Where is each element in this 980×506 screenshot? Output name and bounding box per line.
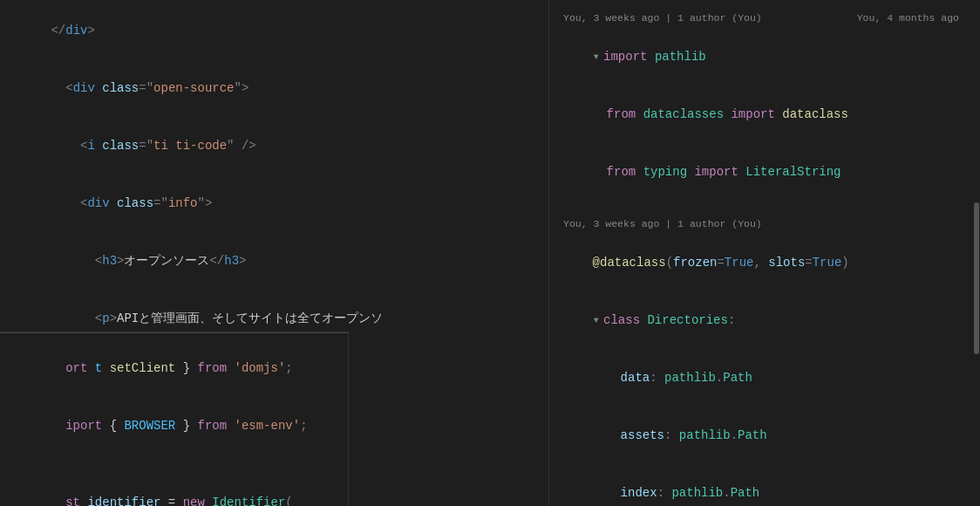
punct: :: [657, 486, 672, 500]
punct: .: [723, 486, 730, 500]
punct: </: [51, 24, 65, 38]
punct: ": [227, 139, 234, 153]
text: }: [175, 419, 197, 433]
from-kw: from: [607, 165, 636, 179]
module-name: typing: [643, 165, 687, 179]
param: slots: [768, 256, 805, 270]
punct: ): [841, 256, 848, 270]
punct: </: [209, 254, 224, 268]
tag: div: [73, 81, 95, 95]
import-kw: import: [694, 165, 738, 179]
punct: ">: [235, 81, 249, 95]
punct: ">: [198, 196, 213, 210]
bool-val: True: [725, 256, 754, 270]
import-kw: import: [603, 50, 647, 64]
string-val: info: [168, 196, 198, 210]
param: frozen: [673, 256, 717, 270]
text: [87, 361, 94, 375]
string: 'domjs': [235, 361, 286, 375]
text: [95, 139, 102, 153]
punct: (: [666, 256, 673, 270]
class-ref: Path: [731, 486, 760, 500]
class-name: Identifier: [212, 496, 285, 506]
text: [227, 361, 234, 375]
module-ref: pathlib: [664, 371, 716, 385]
field-name: index: [621, 486, 657, 500]
var-name: identifier: [87, 496, 160, 506]
punct: :: [728, 313, 735, 327]
decorator: @dataclass: [593, 256, 666, 270]
text: [647, 50, 654, 64]
attr: class: [102, 139, 139, 153]
text: [235, 139, 242, 153]
fold-arrow-1[interactable]: ▾: [593, 50, 600, 64]
empty-line: [0, 455, 348, 474]
from-keyword: from: [197, 419, 227, 433]
blame-header-2: You, 3 weeks ago | 1 author (You): [549, 213, 980, 234]
attr: class: [117, 196, 153, 210]
scrollbar-track[interactable]: [973, 0, 980, 506]
from-kw: from: [607, 107, 636, 121]
right-code-line: @dataclass(frozen=True, slots=True): [549, 234, 980, 291]
punct: .: [716, 371, 723, 385]
text: [227, 419, 234, 433]
right-code-line: from typing import LiteralString: [549, 143, 980, 201]
left-editor-panel: </div> <div class="open-source"> <i clas…: [0, 0, 549, 506]
bool-val: True: [813, 256, 842, 270]
js-code-area: ort t setClient } from 'domjs'; iport { …: [0, 332, 348, 506]
text: [636, 165, 643, 179]
value: t: [95, 361, 102, 375]
blame-tooltip-1: You, 4 months ago: [857, 10, 959, 26]
right-code-line: ▾import pathlib: [549, 28, 980, 85]
blame-header-1: You, 3 weeks ago | 1 author (You) You, 4…: [549, 7, 980, 28]
attr: class: [102, 81, 139, 95]
class-kw: class: [603, 313, 640, 327]
code-line: <i class="ti ti-code" />: [0, 117, 548, 174]
js-code-line: iport { BROWSER } from 'esm-env';: [0, 397, 348, 455]
punct: =": [139, 139, 153, 153]
text: =: [160, 496, 182, 506]
module-ref: pathlib: [671, 486, 723, 500]
punct: =: [805, 256, 812, 270]
punct: ;: [285, 361, 292, 375]
code-line: <div class="info">: [0, 174, 548, 232]
punct: <: [95, 311, 102, 325]
right-code-line: index: pathlib.Path: [549, 464, 980, 506]
right-code-line: ▾class Directories:: [549, 291, 980, 349]
punct: ;: [300, 419, 307, 433]
punct: :: [650, 371, 664, 385]
blame-text-2: You, 3 weeks ago | 1 author (You): [563, 218, 762, 229]
punct: <: [65, 81, 72, 95]
text: [51, 139, 80, 153]
code-line: <h3>オープンソース</h3>: [0, 232, 548, 290]
tag: div: [65, 24, 87, 38]
punct: =": [139, 81, 153, 95]
module-name: LiteralString: [745, 165, 840, 179]
text: [95, 81, 102, 95]
module-name: pathlib: [655, 50, 706, 64]
jp-text: APIと管理画面、そしてサイトは全てオープンソ: [117, 311, 383, 325]
punct: (: [285, 496, 292, 506]
scrollbar-thumb[interactable]: [974, 202, 979, 354]
bottom-js-panel: ort t setClient } from 'domjs'; iport { …: [0, 332, 349, 506]
punct: .: [731, 428, 738, 442]
punct: >: [87, 24, 94, 38]
text: {: [102, 419, 124, 433]
code-line: </div>: [0, 2, 548, 59]
keyword: st: [65, 496, 80, 506]
string-val: ti ti-code: [153, 139, 227, 153]
tag: p: [102, 311, 109, 325]
text: }: [175, 361, 197, 375]
class-ref: Path: [723, 371, 752, 385]
fold-arrow-2[interactable]: ▾: [593, 313, 600, 327]
text: [636, 107, 643, 121]
class-name: Directories: [647, 313, 727, 327]
string: 'esm-env': [235, 419, 301, 433]
new-keyword: new: [183, 496, 205, 506]
field-name: assets: [621, 428, 664, 442]
jp-text: オープンソース: [124, 254, 209, 268]
right-editor-panel: You, 3 weeks ago | 1 author (You) You, 4…: [549, 0, 980, 506]
text: [51, 254, 94, 268]
punct: >: [110, 311, 117, 325]
func-name: dataclass: [782, 107, 848, 121]
